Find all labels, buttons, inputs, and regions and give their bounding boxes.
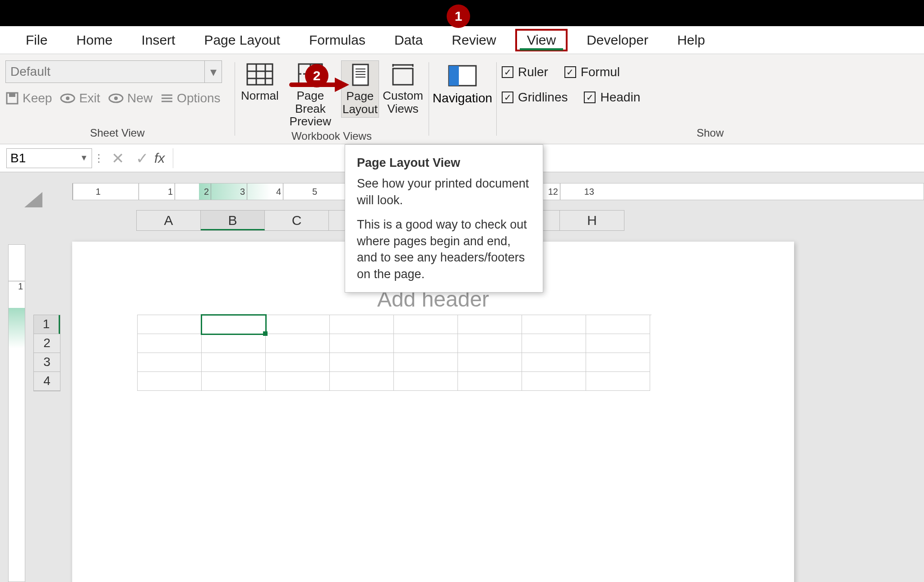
ribbon-body: Default ▾ Keep Exit New Options [0, 54, 924, 144]
list-icon [161, 93, 173, 104]
sheet-view-exit-button[interactable]: Exit [60, 91, 100, 105]
check-icon: ✓ [502, 92, 513, 103]
ruler-vtick: 1 [9, 281, 25, 292]
svg-point-5 [114, 96, 118, 100]
col-header-b[interactable]: B [201, 211, 265, 230]
select-all-triangle[interactable] [24, 192, 42, 207]
ruler-tick: 1 [139, 183, 175, 200]
selected-cell[interactable] [201, 314, 267, 335]
svg-rect-22 [393, 69, 413, 85]
ruler-tick: 1 [73, 183, 102, 200]
sheet-view-combo-value: Default [10, 64, 51, 79]
ruler-checkbox[interactable]: ✓Ruler [502, 65, 548, 79]
sheet-view-new-button[interactable]: New [108, 91, 152, 105]
cancel-button[interactable]: ✕ [106, 149, 130, 167]
row-headers[interactable]: 1 2 3 4 [33, 315, 60, 391]
col-header-c[interactable]: C [265, 211, 329, 230]
navigation-button[interactable]: Navigation [434, 60, 491, 105]
page-preview: Add header [72, 242, 794, 582]
row-header-2[interactable]: 2 [34, 334, 60, 353]
ruler-tick: 13 [560, 183, 596, 200]
fill-handle[interactable] [263, 331, 268, 336]
group-label-sheet-view: Sheet View [5, 127, 229, 141]
tab-developer[interactable]: Developer [577, 31, 658, 50]
sheet-view-combo[interactable]: Default ▾ [5, 60, 222, 83]
custom-views-button[interactable]: Custom Views [383, 60, 423, 117]
svg-marker-29 [335, 78, 349, 92]
group-show: ✓Ruler ✓Formul ✓Gridlines ✓Headin Show [496, 54, 924, 144]
group-navigation: Navigation [429, 54, 496, 144]
ruler-tick: 4 [247, 183, 283, 200]
tab-formulas[interactable]: Formulas [299, 31, 375, 50]
formula-input[interactable] [173, 148, 924, 168]
tab-file[interactable]: File [16, 31, 57, 50]
eye-new-icon [108, 93, 124, 104]
sheet-view-options-button[interactable]: Options [161, 91, 221, 105]
ruler-tick: 5 [283, 183, 319, 200]
row-header-1[interactable]: 1 [34, 315, 60, 334]
svg-rect-27 [449, 66, 459, 86]
chevron-down-icon[interactable]: ▾ [204, 61, 222, 82]
gridlines-checkbox[interactable]: ✓Gridlines [502, 90, 568, 105]
col-header-a[interactable]: A [137, 211, 201, 230]
ruler-tick: 2 [175, 183, 211, 200]
group-workbook-views: Normal Page Break Preview Page Layout Cu… [235, 54, 429, 144]
tab-data[interactable]: Data [384, 31, 433, 50]
grid-icon [245, 62, 274, 87]
headings-checkbox[interactable]: ✓Headin [584, 90, 640, 105]
col-header-h[interactable]: H [560, 211, 624, 230]
callout-1: 1 [447, 5, 470, 28]
svg-point-3 [66, 96, 69, 100]
cell-grid[interactable] [137, 315, 651, 391]
tab-view[interactable]: View [515, 29, 568, 51]
row-header-4[interactable]: 4 [34, 372, 60, 391]
grip-icon[interactable]: ⋮ [92, 152, 106, 165]
save-icon [5, 92, 19, 105]
tab-page-layout[interactable]: Page Layout [194, 31, 290, 50]
tooltip-title: Page Layout View [357, 155, 531, 171]
svg-rect-9 [247, 64, 273, 85]
tooltip-body-1: See how your printed document will look. [357, 175, 531, 208]
check-icon: ✓ [584, 92, 596, 103]
tab-review[interactable]: Review [442, 31, 506, 50]
name-box[interactable]: B1 ▼ [6, 148, 92, 168]
navigation-icon [446, 63, 479, 88]
tab-insert[interactable]: Insert [131, 31, 185, 50]
svg-rect-1 [9, 93, 15, 97]
normal-view-button[interactable]: Normal [240, 60, 280, 104]
page-layout-tooltip: Page Layout View See how your printed do… [345, 144, 543, 293]
sheet-view-keep-button[interactable]: Keep [5, 91, 52, 105]
tooltip-body-2: This is a good way to check out where pa… [357, 216, 531, 282]
ruler-margin-shade-v [9, 308, 25, 348]
check-icon: ✓ [564, 66, 576, 78]
tab-help[interactable]: Help [667, 31, 715, 50]
group-label-workbook-views: Workbook Views [240, 130, 423, 144]
enter-button[interactable]: ✓ [130, 149, 154, 167]
custom-views-icon [388, 62, 417, 87]
eye-exit-icon [60, 93, 75, 104]
tab-home[interactable]: Home [66, 31, 122, 50]
vertical-ruler[interactable]: 1 [8, 244, 25, 582]
formula-bar-checkbox[interactable]: ✓Formul [564, 65, 620, 79]
row-header-3[interactable]: 3 [34, 353, 60, 372]
group-label-show: Show [502, 127, 919, 141]
group-sheet-view: Default ▾ Keep Exit New Options [0, 54, 235, 144]
check-icon: ✓ [502, 66, 513, 78]
chevron-down-icon[interactable]: ▼ [80, 153, 88, 163]
callout-2: 2 [305, 64, 328, 87]
ruler-tick: 3 [211, 183, 247, 200]
insert-function-button[interactable]: fx [154, 151, 173, 166]
ribbon-tabs: File Home Insert Page Layout Formulas Da… [0, 26, 924, 54]
